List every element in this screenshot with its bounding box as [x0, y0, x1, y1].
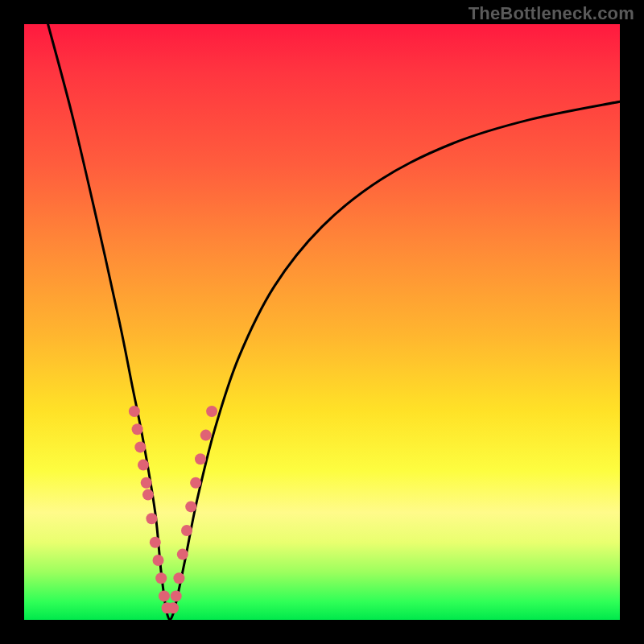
- bead-dot: [171, 590, 182, 601]
- bead-dot: [150, 537, 161, 548]
- bottleneck-curve: [48, 24, 620, 620]
- bead-dot: [190, 477, 201, 489]
- bead-dot: [142, 489, 154, 501]
- bead-dot: [159, 590, 170, 601]
- chart-frame: TheBottleneck.com: [0, 0, 644, 644]
- bead-dot: [129, 406, 140, 417]
- bead-dot: [195, 453, 206, 464]
- bead-dot: [153, 555, 164, 566]
- curve-overlay: [24, 24, 620, 620]
- watermark-label: TheBottleneck.com: [469, 3, 634, 24]
- bead-dot: [134, 441, 146, 452]
- bead-dot: [167, 602, 179, 613]
- bead-dot: [181, 525, 192, 536]
- bead-dot: [200, 430, 212, 441]
- bead-dot: [155, 572, 167, 584]
- bead-dot: [177, 549, 188, 560]
- bead-dot: [185, 501, 196, 512]
- bead-dot: [132, 423, 143, 435]
- bead-dot: [146, 513, 157, 524]
- bead-dot: [141, 477, 152, 489]
- bead-dot: [173, 572, 184, 584]
- bead-dot: [206, 406, 217, 417]
- bead-dot: [138, 460, 149, 471]
